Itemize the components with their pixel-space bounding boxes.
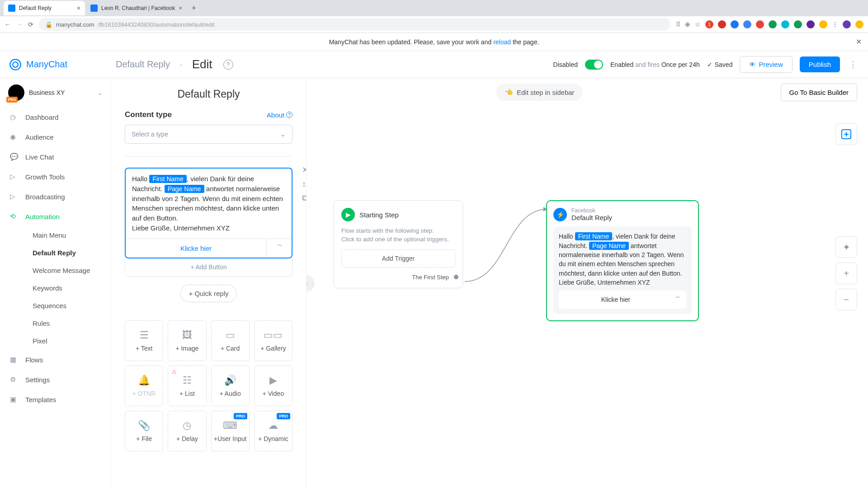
file-icon: 📎: [138, 420, 150, 432]
sidebar-subitem-welcome[interactable]: Welcome Message: [0, 262, 111, 279]
star-icon[interactable]: ☆: [695, 21, 701, 28]
about-link[interactable]: About ?: [267, 111, 292, 119]
block-tile-card[interactable]: ▭+ Card: [211, 320, 250, 361]
block-tile-file[interactable]: 📎+ File: [125, 411, 163, 451]
block-tile-otnr[interactable]: 🔔+ OTNR: [125, 366, 163, 406]
extension-icon[interactable]: [819, 20, 827, 28]
message-text[interactable]: Hallo First Name, vielen Dank für deine …: [126, 169, 292, 239]
extension-icon[interactable]: [769, 20, 777, 28]
sidebar-item-automation[interactable]: ⟲Automation: [0, 206, 111, 226]
add-button-action[interactable]: + Add Button: [125, 258, 292, 277]
phone-action-icon[interactable]: ⌒: [266, 239, 292, 258]
first-step-port[interactable]: The First Step: [341, 274, 455, 281]
extension-icon[interactable]: [781, 20, 789, 28]
new-tab-button[interactable]: +: [188, 4, 200, 13]
sidebar-item-dashboard[interactable]: ◷Dashboard: [0, 107, 111, 127]
add-quick-reply-button[interactable]: + Quick reply: [180, 285, 237, 302]
block-tile-gallery[interactable]: ▭▭+ Gallery: [254, 320, 292, 361]
message-button[interactable]: Klicke hier: [126, 239, 266, 258]
variable-chip-firstname[interactable]: First Name: [149, 175, 186, 183]
sidebar-subitem-rules[interactable]: Rules: [0, 314, 111, 332]
close-icon[interactable]: ✕: [856, 38, 862, 46]
recenter-button[interactable]: ✦: [835, 236, 857, 258]
reload-icon[interactable]: ⟳: [28, 21, 33, 28]
sidebar-item-flows[interactable]: ▦Flows: [0, 350, 111, 370]
block-tile-video[interactable]: ▶+ Video: [254, 366, 292, 406]
block-tile-image[interactable]: 🖼+ Image: [168, 320, 206, 361]
extension-icon[interactable]: [756, 20, 764, 28]
workspace-selector[interactable]: Business XY ⌄: [0, 78, 111, 107]
variable-chip-pagename[interactable]: Page Name: [165, 185, 204, 193]
sidebar-item-settings[interactable]: ⚙Settings: [0, 370, 111, 389]
extension-icon[interactable]: [731, 20, 739, 28]
sidebar-item-growth[interactable]: ▷Growth Tools: [0, 167, 111, 187]
zoom-in-button[interactable]: +: [835, 263, 857, 284]
sidebar-item-livechat[interactable]: 💬Live Chat: [0, 147, 111, 167]
desc-line: Flow starts with the following step.: [341, 227, 455, 235]
reorder-icon[interactable]: ↕: [302, 179, 307, 189]
content-type-select[interactable]: Select a type ⌄: [125, 125, 292, 144]
extension-icon[interactable]: [794, 20, 802, 28]
reload-link[interactable]: reload: [493, 38, 511, 46]
go-basic-builder-button[interactable]: Go To Basic Builder: [781, 84, 857, 101]
logo[interactable]: ManyChat: [9, 58, 108, 71]
message-card[interactable]: Hallo First Name, vielen Dank für deine …: [125, 168, 292, 258]
collapse-panel-handle[interactable]: ‹: [307, 275, 315, 291]
add-node-button[interactable]: [835, 123, 857, 145]
sidebar-item-audience[interactable]: ◉Audience: [0, 127, 111, 147]
sidebar-item-broadcasting[interactable]: ▷Broadcasting: [0, 187, 111, 206]
message-button-row: Klicke hier ⌒: [126, 239, 292, 258]
zoom-out-button[interactable]: −: [835, 289, 857, 310]
block-tile-text[interactable]: ☰+ Text: [125, 320, 163, 361]
sidebar-subitem-keywords[interactable]: Keywords: [0, 279, 111, 297]
flow-canvas[interactable]: ‹ 👈 Edit step in sidebar Go To Basic Bui…: [307, 78, 868, 488]
block-tile-userinput[interactable]: PRO⌨+User Input: [211, 411, 250, 451]
block-tile-delay[interactable]: ◷+ Delay: [168, 411, 206, 451]
sidebar-subitem-pixel[interactable]: Pixel: [0, 332, 111, 350]
extension-icon[interactable]: 1: [705, 20, 713, 28]
node-button[interactable]: Klicke hier ⌒: [559, 291, 686, 309]
content-type-label: Content type: [125, 110, 172, 119]
block-tile-audio[interactable]: 🔊+ Audio: [211, 366, 250, 406]
preview-button[interactable]: 👁 Preview: [740, 56, 792, 73]
extension-icon[interactable]: [855, 20, 863, 28]
sidebar-subitem-defaultreply[interactable]: Default Reply: [0, 244, 111, 262]
more-menu-icon[interactable]: ⋮: [847, 60, 859, 70]
enable-toggle[interactable]: [585, 60, 603, 70]
node-starting-step[interactable]: ▶ Starting Step Flow starts with the fol…: [334, 200, 463, 288]
sidebar-item-label: Settings: [25, 376, 50, 384]
sidebar-subitem-sequences[interactable]: Sequences: [0, 297, 111, 314]
browser-tab-active[interactable]: Default Reply ×: [4, 1, 85, 15]
block-tile-list[interactable]: ⚠☷+ List: [168, 366, 206, 406]
profile-avatar[interactable]: [843, 20, 851, 28]
extension-icon[interactable]: [718, 20, 726, 28]
tile-label: + Audio: [220, 390, 241, 397]
sidebar-subitem-mainmenu[interactable]: Main Menu: [0, 226, 111, 244]
publish-button[interactable]: Publish: [800, 56, 840, 72]
breadcrumb[interactable]: Default Reply: [116, 59, 170, 70]
translate-icon[interactable]: ⠿: [676, 21, 680, 28]
menu-icon[interactable]: ⋮: [832, 21, 838, 28]
tab-title: Default Reply: [19, 5, 73, 11]
browser-tab[interactable]: Leon R. Chaudhari | Facebook ×: [86, 1, 187, 15]
node-default-reply[interactable]: ⚡ Facebook Default Reply Hallo First Nam…: [546, 200, 699, 321]
help-icon[interactable]: ?: [223, 60, 233, 70]
zoom-icon[interactable]: ⊕: [685, 21, 690, 28]
sidebar-item-templates[interactable]: ▣Templates: [0, 389, 111, 409]
forward-icon[interactable]: →: [16, 21, 23, 28]
svg-point-1: [13, 62, 18, 67]
check-icon: ✓: [707, 61, 712, 68]
back-icon[interactable]: ←: [5, 21, 11, 28]
close-icon[interactable]: ×: [179, 5, 182, 12]
add-trigger-button[interactable]: Add Trigger: [341, 249, 455, 267]
extension-icon[interactable]: [743, 20, 751, 28]
duplicate-icon[interactable]: ⧉: [302, 193, 307, 203]
sidebar-item-label: Automation: [25, 213, 60, 221]
close-icon[interactable]: ✕: [302, 165, 307, 175]
text-icon: ☰: [140, 329, 149, 341]
extension-icon[interactable]: [807, 20, 815, 28]
edit-step-chip[interactable]: 👈 Edit step in sidebar: [496, 84, 583, 101]
close-icon[interactable]: ×: [77, 5, 80, 12]
url-bar[interactable]: 🔒 manychat.com/fb181039443240830/automat…: [39, 18, 670, 31]
block-tile-dynamic[interactable]: PRO☁+ Dynamic: [254, 411, 292, 451]
